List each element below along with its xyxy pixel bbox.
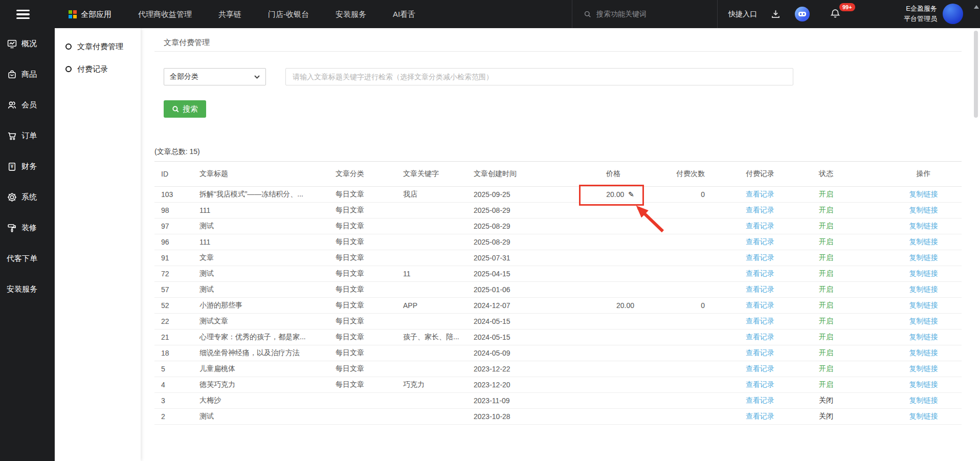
- cell-category: 每日文章: [327, 330, 395, 345]
- sidebar-item-finance[interactable]: ¥ 财务: [0, 151, 55, 182]
- copy-link-action[interactable]: 复制链接: [909, 269, 938, 277]
- search-placeholder: 搜索功能关键词: [596, 10, 647, 19]
- avatar[interactable]: [943, 4, 963, 24]
- search-button[interactable]: 搜索: [164, 100, 206, 118]
- cell-status: 开启: [812, 345, 897, 361]
- cell-category: 每日文章: [327, 218, 395, 234]
- cell-actions: 复制链接: [897, 377, 962, 393]
- sidebar-item-valet-order[interactable]: 代客下单: [0, 243, 55, 274]
- cell-created: 2023-12-22: [465, 361, 582, 377]
- copy-link-action[interactable]: 复制链接: [909, 348, 938, 357]
- view-record-link[interactable]: 查看记录: [746, 301, 774, 309]
- submenu-item-article-pay[interactable]: 文章付费管理: [55, 35, 141, 58]
- view-record-link[interactable]: 查看记录: [746, 222, 774, 230]
- category-select[interactable]: 全部分类: [164, 68, 266, 85]
- view-record-link[interactable]: 查看记录: [746, 333, 774, 341]
- ai-assistant-icon[interactable]: [795, 7, 810, 21]
- view-record-link[interactable]: 查看记录: [746, 253, 774, 261]
- cell-created: 2025-04-15: [465, 266, 582, 282]
- cell-keyword: [395, 218, 465, 234]
- scrollbar-thumb[interactable]: [974, 31, 978, 118]
- copy-link-action[interactable]: 复制链接: [909, 222, 938, 230]
- cell-price: [582, 377, 641, 393]
- cell-pay-record: 查看记录: [718, 361, 812, 377]
- copy-link-action[interactable]: 复制链接: [909, 253, 938, 261]
- sidebar-item-members[interactable]: 会员: [0, 90, 55, 120]
- nav-agent-revenue[interactable]: 代理商收益管理: [125, 0, 205, 28]
- table-header-row: ID 文章标题 文章分类 文章关键字 文章创建时间 价格 付费次数 付费记录 状…: [154, 162, 962, 187]
- view-record-link[interactable]: 查看记录: [746, 190, 774, 198]
- copy-link-action[interactable]: 复制链接: [909, 412, 938, 420]
- status-badge: 关闭: [819, 412, 833, 420]
- hamburger-menu-icon[interactable]: [16, 10, 30, 19]
- copy-link-action[interactable]: 复制链接: [909, 364, 938, 372]
- cell-keyword: [395, 345, 465, 361]
- view-record-link[interactable]: 查看记录: [746, 317, 774, 325]
- sidebar-item-decoration[interactable]: 装修: [0, 212, 55, 243]
- cell-actions: 复制链接: [897, 218, 962, 234]
- view-record-link[interactable]: 查看记录: [746, 412, 774, 420]
- view-record-link[interactable]: 查看记录: [746, 285, 774, 293]
- cell-keyword: 11: [395, 266, 465, 282]
- keyword-search-input[interactable]: [285, 68, 793, 85]
- submenu-item-pay-records[interactable]: 付费记录: [55, 58, 141, 80]
- view-record-link[interactable]: 查看记录: [746, 237, 774, 246]
- view-record-link[interactable]: 查看记录: [746, 269, 774, 277]
- download-icon[interactable]: [770, 9, 781, 19]
- cell-actions: 复制链接: [897, 298, 962, 314]
- cell-keyword: [395, 282, 465, 298]
- sidebar-item-orders[interactable]: 订单: [0, 120, 55, 151]
- copy-link-action[interactable]: 复制链接: [909, 380, 938, 388]
- copy-link-action[interactable]: 复制链接: [909, 285, 938, 293]
- cell-id: 2: [154, 409, 194, 425]
- table-row: 22 测试文章 每日文章 2024-05-15 查看记录 开启 复制链接: [154, 314, 962, 330]
- copy-link-action[interactable]: 复制链接: [909, 396, 938, 404]
- cell-status: 开启: [812, 250, 897, 266]
- user-role: 平台管理员: [882, 14, 937, 24]
- nav-share-chain[interactable]: 共享链: [205, 0, 255, 28]
- copy-link-action[interactable]: 复制链接: [909, 333, 938, 341]
- copy-link-action[interactable]: 复制链接: [909, 317, 938, 325]
- cell-actions: 复制链接: [897, 187, 962, 203]
- copy-link-action[interactable]: 复制链接: [909, 206, 938, 214]
- status-badge: 开启: [819, 206, 833, 214]
- table-row: 3 大梅沙 2023-11-09 查看记录 关闭 复制链接: [154, 393, 962, 409]
- cell-actions: 复制链接: [897, 345, 962, 361]
- copy-link-action[interactable]: 复制链接: [909, 301, 938, 309]
- sidebar-item-system[interactable]: 系统: [0, 182, 55, 212]
- cell-keyword: [395, 234, 465, 250]
- cell-pay-record: 查看记录: [718, 330, 812, 345]
- cell-pay-record: 查看记录: [718, 234, 812, 250]
- sidebar-item-products[interactable]: 商品: [0, 59, 55, 90]
- copy-link-action[interactable]: 复制链接: [909, 190, 938, 198]
- nav-ai-tongue[interactable]: AI看舌: [380, 0, 429, 28]
- scrollbar[interactable]: [972, 0, 980, 461]
- user-account[interactable]: E企盈服务 平台管理员: [882, 4, 937, 24]
- nav-all-apps[interactable]: 全部应用: [55, 0, 125, 28]
- cell-status: 开启: [812, 187, 897, 203]
- article-table-body: 103 拆解“我店模式”——冻结积分、... 每日文章 我店 2025-09-2…: [154, 187, 962, 425]
- nav-install-service[interactable]: 安装服务: [322, 0, 380, 28]
- view-record-link[interactable]: 查看记录: [746, 396, 774, 404]
- cell-actions: 复制链接: [897, 266, 962, 282]
- scrollbar-up-arrow-icon[interactable]: [974, 5, 979, 9]
- cell-created: 2025-08-29: [465, 234, 582, 250]
- notifications-bell[interactable]: 99+: [830, 8, 841, 20]
- view-record-link[interactable]: 查看记录: [746, 206, 774, 214]
- view-record-link[interactable]: 查看记录: [746, 380, 774, 388]
- status-badge: 开启: [819, 301, 833, 309]
- global-search-input[interactable]: 搜索功能关键词: [572, 0, 718, 28]
- cell-created: 2023-12-20: [465, 377, 582, 393]
- sidebar-item-install-service[interactable]: 安装服务: [0, 274, 55, 304]
- quick-entry-link[interactable]: 快捷入口: [728, 0, 757, 28]
- status-badge: 开启: [819, 222, 833, 230]
- view-record-link[interactable]: 查看记录: [746, 348, 774, 357]
- svg-text:¥: ¥: [10, 164, 13, 169]
- cell-pay-record: 查看记录: [718, 314, 812, 330]
- cart-icon: [7, 130, 17, 141]
- status-badge: 开启: [819, 364, 833, 372]
- view-record-link[interactable]: 查看记录: [746, 364, 774, 372]
- copy-link-action[interactable]: 复制链接: [909, 237, 938, 246]
- nav-store-cashier[interactable]: 门店-收银台: [255, 0, 322, 28]
- sidebar-item-overview[interactable]: 概况: [0, 28, 55, 59]
